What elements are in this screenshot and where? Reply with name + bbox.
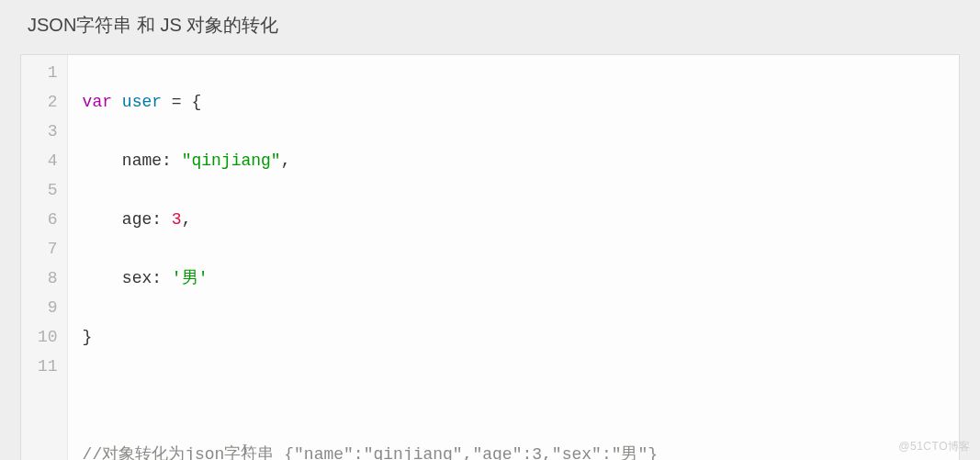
brace: }: [83, 328, 93, 346]
property: age: [122, 210, 152, 229]
code-block: 1 2 3 4 5 6 7 8 9 10 11 var user = { nam…: [20, 54, 960, 460]
string-literal: '男': [172, 269, 208, 287]
indent: [83, 269, 122, 287]
property: name: [122, 151, 162, 170]
line-number-gutter: 1 2 3 4 5 6 7 8 9 10 11: [21, 55, 68, 460]
colon: :: [152, 210, 172, 229]
line-number: 1: [38, 58, 58, 87]
line-number: 8: [38, 264, 58, 293]
text-cursor-icon: I: [242, 442, 247, 458]
code-line: [83, 381, 959, 410]
variable: user: [122, 93, 162, 111]
comma: ,: [281, 151, 291, 170]
comment: //对象转化为json字符串 {"name":"qinjiang","age":…: [83, 445, 658, 460]
line-number: 3: [38, 117, 58, 146]
code-line: sex: '男': [83, 264, 959, 293]
line-number: 5: [38, 175, 58, 205]
line-number: 4: [38, 146, 58, 175]
section-heading: JSON字符串 和 JS 对象的转化: [0, 0, 980, 38]
colon: :: [152, 269, 172, 287]
indent: [83, 151, 122, 170]
code-line: var user = {: [83, 87, 959, 117]
property: sex: [122, 269, 152, 287]
code-line: //对象转化为json字符串 {"name":"qinjiang","age":…: [83, 440, 959, 460]
colon: :: [162, 151, 182, 170]
code-content: var user = { name: "qinjiang", age: 3, s…: [68, 55, 959, 460]
code-line: name: "qinjiang",: [83, 146, 959, 175]
line-number: 9: [38, 293, 58, 322]
string-literal: "qinjiang": [182, 151, 281, 170]
line-number: 2: [38, 87, 58, 117]
indent: [83, 210, 122, 229]
number-literal: 3: [172, 210, 182, 229]
line-number: 11: [38, 352, 58, 381]
code-line: }: [83, 322, 959, 352]
line-number: 7: [38, 234, 58, 264]
comma: ,: [182, 210, 192, 229]
punct: = {: [162, 93, 201, 111]
watermark: @51CTO博客: [898, 439, 971, 454]
code-line: age: 3,: [83, 205, 959, 234]
keyword: var: [83, 93, 112, 111]
line-number: 10: [38, 322, 58, 352]
line-number: 6: [38, 205, 58, 234]
